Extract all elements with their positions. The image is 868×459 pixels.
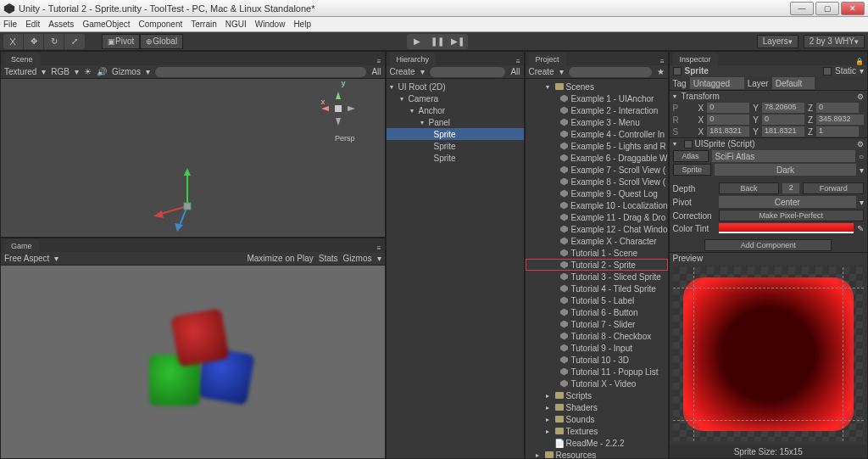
scene-rgb-dropdown[interactable]: RGB [51,67,70,76]
folder-item[interactable]: ▾Scenes [526,81,668,92]
scene-file-item[interactable]: Example 11 - Drag & Dro [526,211,668,223]
menu-ngui[interactable]: NGUI [225,20,247,29]
game-tab[interactable]: Game [4,239,39,252]
minimize-button[interactable]: — [790,2,814,15]
menu-help[interactable]: Help [293,20,311,29]
folder-item[interactable]: ▸Textures [526,425,668,437]
hierarchy-item[interactable]: ▾UI Root (2D) [387,81,524,92]
gizmos-dropdown[interactable]: Gizmos [112,67,141,76]
scene-file-item[interactable]: Tutorial 4 - Tiled Sprite [526,283,668,294]
depth-forward-button[interactable]: Forward [803,182,864,194]
folder-item[interactable]: ▸Scripts [526,389,668,401]
scene-file-item[interactable]: Tutorial 2 - Sprite [526,259,668,271]
scene-file-item[interactable]: Tutorial 7 - Slider [526,318,668,330]
step-button[interactable]: ▶❚ [448,34,468,49]
scene-file-item[interactable]: Example X - Character [526,235,668,247]
panel-options-icon[interactable]: ≡ [374,58,385,65]
light-icon[interactable]: ☀ [84,67,92,76]
scene-file-item[interactable]: Example 3 - Menu [526,116,668,128]
menu-terrain[interactable]: Terrain [191,20,217,29]
hierarchy-search[interactable] [430,67,506,77]
hierarchy-item[interactable]: ▾Anchor [387,104,524,116]
pos-z-field[interactable]: 0 [816,103,859,113]
hierarchy-item[interactable]: Sprite [387,152,524,164]
scene-file-item[interactable]: Tutorial X - Video [526,378,668,389]
scale-z-field[interactable]: 1 [816,126,859,137]
sprite-dropdown[interactable]: Dark [715,164,856,176]
lock-icon[interactable]: 🔒 [852,58,867,65]
scene-file-item[interactable]: Example 4 - Controller In [526,128,668,140]
hierarchy-create-dropdown[interactable]: Create [390,67,415,76]
scene-file-item[interactable]: Example 10 - Localization [526,199,668,211]
transform-gizmo[interactable] [153,164,221,232]
pause-button[interactable]: ❚❚ [427,34,448,49]
project-create-dropdown[interactable]: Create [529,67,554,76]
atlas-field[interactable]: SciFi Atlas [712,150,855,162]
eyedropper-icon[interactable]: ✎ [857,224,864,233]
menu-assets[interactable]: Assets [48,20,74,29]
play-button[interactable]: ▶ [407,34,427,49]
close-button[interactable]: ✕ [841,2,865,15]
inspector-tab[interactable]: Inspector [673,53,718,65]
move-tool[interactable]: ✥ [24,34,44,49]
panel-options-icon[interactable]: ≡ [374,244,385,252]
gameobject-enabled-checkbox[interactable] [673,67,682,76]
scale-x-field[interactable]: 181.8321 [707,126,749,137]
hierarchy-item-selected[interactable]: Sprite [387,128,524,140]
menu-component[interactable]: Component [139,20,183,29]
scene-file-item[interactable]: Example 6 - Draggable W [526,152,668,164]
scene-file-item[interactable]: Example 2 - Interaction [526,104,668,116]
scene-shading-dropdown[interactable]: Textured [4,67,36,76]
panel-options-icon[interactable]: ≡ [513,58,524,65]
stats-toggle[interactable]: Stats [319,254,338,263]
scene-file-item[interactable]: Example 8 - Scroll View ( [526,176,668,188]
panel-options-icon[interactable]: ≡ [657,58,668,65]
scene-file-item[interactable]: Tutorial 9 - Input [526,342,668,354]
hierarchy-item[interactable]: ▾Panel [387,116,524,128]
transform-header[interactable]: ▾Transform⚙ [670,90,867,102]
scene-file-item[interactable]: Tutorial 8 - Checkbox [526,330,668,342]
scene-file-item[interactable]: Example 12 - Chat Windo [526,223,668,235]
pos-x-field[interactable]: 0 [707,103,749,113]
depth-field[interactable]: 2 [782,183,799,193]
uisprite-header[interactable]: ▾UISprite (Script)⚙ [670,137,867,149]
gear-icon[interactable]: ⚙ [857,140,864,148]
gear-icon[interactable]: ⚙ [857,92,864,101]
menu-window[interactable]: Window [255,20,286,29]
pivot-dropdown[interactable]: Center [719,196,856,208]
pixel-perfect-button[interactable]: Make Pixel-Perfect [719,210,864,221]
aspect-dropdown[interactable]: Free Aspect [4,254,49,263]
scene-file-item[interactable]: Tutorial 3 - Sliced Sprite [526,271,668,283]
scene-viewport[interactable]: y x Persp [1,79,385,237]
folder-item[interactable]: ▸Sounds [526,413,668,425]
gizmos-toggle[interactable]: Gizmos [343,254,372,263]
scene-file-item[interactable]: Example 9 - Quest Log [526,188,668,199]
component-enabled-checkbox[interactable] [684,140,693,148]
hand-tool[interactable] [3,34,24,49]
scene-file-item[interactable]: Tutorial 10 - 3D [526,354,668,366]
layer-dropdown[interactable]: Default [772,77,815,89]
rot-y-field[interactable]: 0 [762,115,804,125]
sprite-button[interactable]: Sprite [673,164,712,176]
project-tab[interactable]: Project [529,53,566,65]
depth-back-button[interactable]: Back [719,182,780,194]
orientation-gizmo[interactable] [317,87,359,130]
rot-z-field[interactable]: 345.8932 [816,115,864,125]
file-item[interactable]: 📄ReadMe - 2.2.2 [526,437,668,449]
gameobject-name[interactable]: Sprite [685,66,820,76]
pivot-toggle[interactable]: ▣ Pivot [102,34,140,49]
scene-file-item[interactable]: Tutorial 5 - Label [526,294,668,306]
layers-dropdown[interactable]: Layers ▾ [757,35,798,48]
scene-file-item[interactable]: Tutorial 1 - Scene [526,247,668,259]
hierarchy-item[interactable]: Sprite [387,140,524,152]
search-filter-icon[interactable]: ★ [657,67,665,76]
scene-search[interactable] [155,67,366,77]
layout-dropdown[interactable]: 2 by 3 WHY ▾ [804,35,865,48]
menu-gameobject[interactable]: GameObject [82,20,130,29]
scene-file-item[interactable]: Tutorial 11 - Popup List [526,366,668,378]
scale-tool[interactable]: ⤢ [64,34,85,49]
hierarchy-tab[interactable]: Hierarchy [390,53,437,65]
scene-file-item[interactable]: Tutorial 6 - Button [526,306,668,318]
scale-y-field[interactable]: 181.8321 [762,126,804,137]
menu-edit[interactable]: Edit [25,20,40,29]
